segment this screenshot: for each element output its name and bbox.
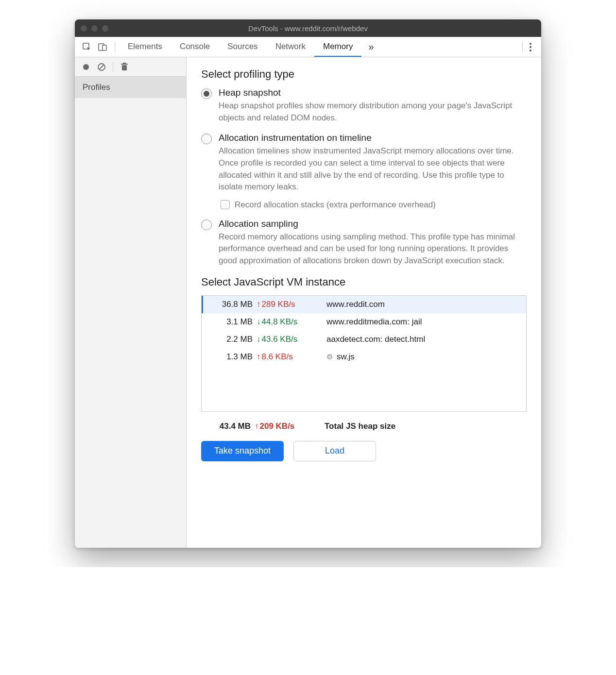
svg-rect-6 (122, 65, 127, 70)
sidebar-item-label: Profiles (83, 83, 110, 92)
inspect-element-icon[interactable] (82, 42, 92, 52)
separator (113, 62, 113, 72)
window-title: DevTools - www.reddit.com/r/webdev (75, 24, 541, 33)
vm-instance-row[interactable]: 3.1 MB↓44.8 KB/swww.redditmedia.com: jai… (202, 313, 526, 331)
arrow-up-icon: ↑ (257, 300, 261, 309)
clear-icon[interactable] (96, 62, 107, 72)
option-label: Allocation instrumentation on timeline (219, 133, 527, 143)
tab-network[interactable]: Network (267, 37, 314, 57)
sidebar: Profiles (75, 57, 187, 548)
main-panel: Select profiling type Heap snapshotHeap … (187, 57, 541, 548)
option-label: Heap snapshot (219, 87, 527, 98)
minimize-window-button[interactable] (91, 25, 98, 32)
total-size: 43.4 MB (201, 422, 255, 431)
settings-menu-button[interactable] (527, 40, 534, 54)
arrow-up-icon: ↑ (255, 422, 259, 431)
sidebar-toolbar (75, 57, 186, 77)
vm-size: 3.1 MB (203, 317, 257, 327)
svg-line-5 (99, 65, 104, 69)
vm-rate: ↓43.6 KB/s (257, 335, 320, 344)
take-snapshot-button[interactable]: Take snapshot (201, 441, 284, 461)
svg-point-3 (83, 64, 89, 70)
option-description: Record memory allocations using sampling… (219, 231, 527, 267)
option-label: Allocation sampling (219, 219, 527, 229)
suboption-label: Record allocation stacks (extra performa… (235, 200, 436, 210)
vm-host: www.reddit.com (320, 300, 526, 309)
device-toolbar-icon[interactable] (97, 42, 108, 52)
total-rate: 209 KB/s (260, 422, 295, 431)
vm-instance-table: 36.8 MB↑289 KB/swww.reddit.com3.1 MB↓44.… (201, 295, 527, 412)
window-controls (81, 25, 108, 32)
arrow-up-icon: ↑ (257, 352, 261, 362)
profiling-option: Allocation instrumentation on timelineAl… (201, 133, 527, 210)
svg-rect-7 (121, 64, 128, 65)
zoom-window-button[interactable] (102, 25, 108, 32)
total-label: Total JS heap size (318, 422, 527, 431)
arrow-down-icon: ↓ (257, 317, 261, 327)
radio-button[interactable] (201, 88, 212, 99)
separator (522, 42, 523, 52)
tab-elements[interactable]: Elements (119, 37, 171, 57)
more-tabs-button[interactable]: » (361, 41, 380, 52)
separator (115, 42, 115, 52)
profiling-option: Allocation samplingRecord memory allocat… (201, 219, 527, 267)
vm-instance-row[interactable]: 36.8 MB↑289 KB/swww.reddit.com (202, 296, 526, 313)
total-row: 43.4 MB ↑ 209 KB/s Total JS heap size (201, 419, 527, 434)
option-description: Heap snapshot profiles show memory distr… (219, 100, 527, 124)
suboption: Record allocation stacks (extra performa… (221, 200, 527, 210)
section-title-vm: Select JavaScript VM instance (201, 276, 527, 288)
tab-sources[interactable]: Sources (219, 37, 266, 57)
devtools-window: DevTools - www.reddit.com/r/webdev Eleme… (75, 19, 541, 548)
record-icon[interactable] (81, 62, 91, 72)
titlebar: DevTools - www.reddit.com/r/webdev (75, 19, 541, 37)
vm-host: www.redditmedia.com: jail (320, 317, 526, 327)
close-window-button[interactable] (81, 25, 87, 32)
tabbar: ElementsConsoleSourcesNetworkMemory » (75, 37, 541, 57)
gear-icon: ⚙ (326, 353, 333, 361)
radio-button[interactable] (201, 134, 212, 144)
option-description: Allocation timelines show instrumented J… (219, 145, 527, 193)
sidebar-item-profiles[interactable]: Profiles (75, 77, 186, 98)
vm-host: ⚙sw.js (320, 352, 526, 362)
svg-rect-8 (123, 63, 126, 64)
vm-rate: ↓44.8 KB/s (257, 317, 320, 327)
profiling-option: Heap snapshotHeap snapshot profiles show… (201, 87, 527, 124)
delete-icon[interactable] (119, 62, 130, 72)
svg-rect-2 (103, 45, 106, 51)
section-title-profiling: Select profiling type (201, 68, 527, 81)
tab-console[interactable]: Console (171, 37, 219, 57)
arrow-down-icon: ↓ (257, 335, 261, 344)
radio-button[interactable] (201, 219, 212, 230)
vm-instance-row[interactable]: 1.3 MB↑8.6 KB/s⚙sw.js (202, 348, 526, 366)
vm-size: 2.2 MB (203, 335, 257, 344)
vm-rate: ↑289 KB/s (257, 300, 320, 309)
vm-instance-row[interactable]: 2.2 MB↓43.6 KB/saaxdetect.com: detect.ht… (202, 331, 526, 348)
vm-size: 36.8 MB (203, 300, 257, 309)
load-button[interactable]: Load (293, 441, 376, 461)
vm-size: 1.3 MB (203, 352, 257, 362)
tab-memory[interactable]: Memory (314, 37, 361, 57)
checkbox[interactable] (221, 200, 230, 209)
vm-rate: ↑8.6 KB/s (257, 352, 320, 362)
vm-host: aaxdetect.com: detect.html (320, 335, 526, 344)
